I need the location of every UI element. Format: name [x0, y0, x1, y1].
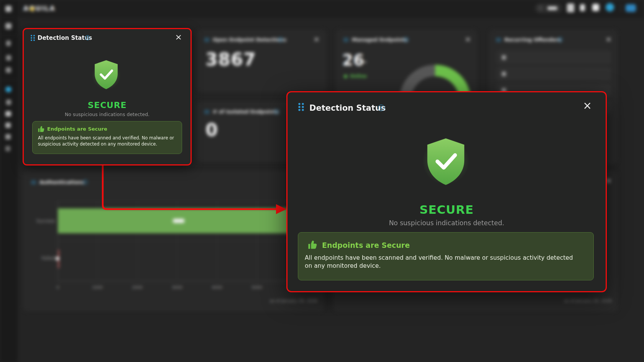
detection-status-popup: Detection Status i × SECURE No suspiciou… [286, 91, 607, 292]
close-icon[interactable]: × [605, 35, 612, 43]
sidebar-home-icon[interactable] [5, 6, 12, 12]
x-tick-label: 3000 [172, 285, 182, 290]
as-of-timestamp: as of January 29, 2026 [564, 298, 612, 303]
info-icon[interactable]: i [378, 105, 384, 111]
x-tick-label: 0 [57, 285, 59, 290]
close-icon[interactable]: × [175, 33, 182, 41]
y-category-label: Success [32, 218, 55, 224]
info-icon[interactable]: i [274, 109, 279, 114]
drag-handle-icon[interactable] [343, 37, 348, 42]
close-icon[interactable]: × [313, 35, 320, 43]
info-icon[interactable]: i [85, 35, 90, 40]
offender-list-item[interactable] [496, 51, 611, 64]
status-subtitle: No suspicious indications detected. [288, 219, 606, 227]
card-title: Authentications [39, 179, 84, 185]
card-open-endpoint-detections: Open Endpoint Detections i × 3867 [196, 29, 327, 92]
settings-gear-icon[interactable] [606, 3, 614, 11]
card-title: Detection Status [38, 34, 92, 41]
as-of-timestamp: as of January 29, 2026 [270, 298, 317, 303]
online-label: Online [350, 74, 367, 79]
drag-handle-icon[interactable] [496, 37, 501, 42]
offender-list-item[interactable] [496, 67, 611, 81]
bar-value-label-blurred [173, 219, 184, 223]
sidebar-item-icon[interactable] [5, 146, 10, 151]
device-icon [502, 72, 506, 76]
info-icon[interactable]: i [278, 37, 283, 42]
pill-circle-icon [537, 5, 544, 11]
popup-title: Detection Status [309, 103, 386, 113]
sidebar-item-icon[interactable] [5, 23, 12, 29]
callout-title: Endpoints are Secure [322, 241, 410, 249]
lock-icon[interactable] [580, 4, 585, 11]
topbar-status-pill[interactable] [535, 3, 562, 13]
dashboard-screen: AQUILA Open Endpoint Detections i × 3867… [0, 0, 644, 362]
failed-bar-marker [56, 257, 59, 260]
secure-shield-icon [425, 138, 467, 186]
drag-handle-icon[interactable] [298, 103, 304, 110]
status-text: SECURE [24, 100, 191, 110]
x-tick-label: 4000 [212, 285, 222, 290]
user-avatar[interactable] [626, 4, 636, 12]
secure-shield-icon [93, 59, 119, 90]
close-icon[interactable]: × [465, 35, 471, 43]
sidebar-item-icon[interactable] [5, 134, 11, 139]
card-authentications: Authentications i Success Failed 0 1000 … [23, 170, 324, 312]
info-icon[interactable]: i [558, 37, 563, 42]
status-subtitle: No suspicious indications detected. [24, 111, 191, 117]
pill-label-blurred [547, 7, 557, 10]
x-axis [58, 281, 318, 282]
callout-body: All endpoints have been scanned and veri… [38, 135, 178, 147]
sidebar-active-item-icon[interactable] [5, 87, 12, 92]
info-icon[interactable]: i [83, 180, 88, 185]
thumbs-up-icon [38, 125, 45, 133]
x-tick-label: 1000 [92, 285, 103, 290]
secure-callout: Endpoints are Secure All endpoints have … [298, 232, 594, 280]
card-title: Managed Endpoints [352, 37, 407, 43]
managed-endpoints-value: 26 [342, 51, 365, 69]
detection-status-card: Detection Status i × SECURE No suspiciou… [23, 28, 192, 165]
device-icon [502, 55, 506, 60]
sidebar-item-icon[interactable] [6, 41, 11, 46]
info-icon[interactable]: i [404, 37, 409, 42]
callout-body: All endpoints have been scanned and veri… [305, 254, 579, 270]
documents-icon[interactable] [567, 3, 574, 12]
thumbs-up-icon [307, 239, 318, 250]
topbar: AQUILA [17, 0, 644, 17]
drag-handle-icon[interactable] [30, 35, 35, 40]
card-title: # of Isolated Endpoints [213, 109, 278, 115]
trend-dash-icon [363, 61, 367, 63]
sidebar-item-icon[interactable] [5, 111, 11, 116]
sidebar-item-icon[interactable] [6, 67, 11, 73]
sidebar-item-icon[interactable] [6, 55, 11, 61]
logo-accent [30, 7, 34, 11]
topbar-divider [621, 4, 621, 12]
online-dot-icon [344, 75, 347, 78]
close-icon[interactable]: × [583, 102, 592, 110]
sidebar [0, 0, 17, 362]
drag-handle-icon[interactable] [204, 37, 209, 42]
x-tick-label: 5000 [251, 285, 262, 290]
grid-icon[interactable] [592, 4, 599, 11]
status-text: SECURE [288, 203, 606, 216]
y-category-label: Failed [32, 256, 55, 261]
isolated-endpoints-value: 0 [205, 120, 218, 140]
sidebar-item-icon[interactable] [5, 123, 11, 128]
secure-callout: Endpoints are Secure All endpoints have … [32, 121, 182, 154]
drag-handle-icon[interactable] [31, 180, 36, 185]
sidebar-item-icon[interactable] [6, 100, 11, 105]
drag-handle-icon[interactable] [204, 109, 209, 114]
card-title: Recurring Offenders [504, 37, 561, 43]
success-bar[interactable] [58, 208, 318, 233]
callout-title: Endpoints are Secure [47, 126, 107, 132]
x-tick-label: 2000 [132, 285, 143, 290]
app-logo: AQUILA [23, 5, 56, 12]
card-title: Open Endpoint Detections [213, 37, 286, 43]
open-detections-value: 3867 [205, 49, 256, 70]
